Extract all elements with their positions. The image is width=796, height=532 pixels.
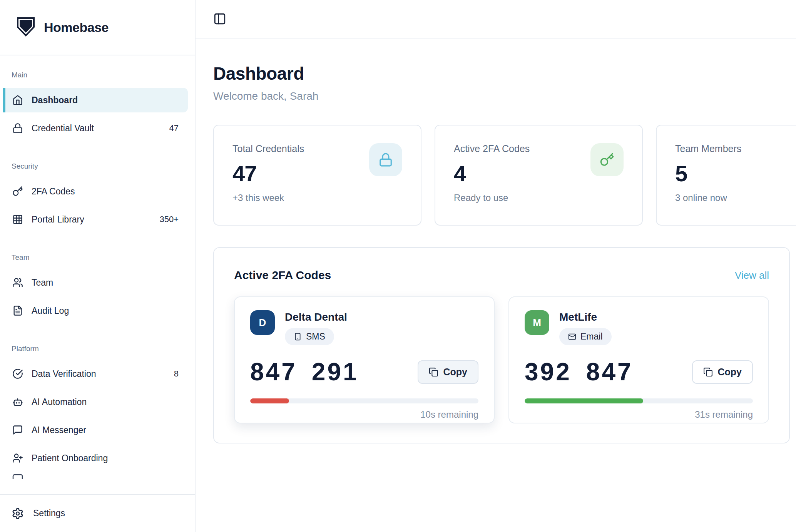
smartphone-icon xyxy=(294,333,302,341)
nav-section-security: Security 2FA Codes Portal Library 350+ xyxy=(0,162,195,232)
code-card-header: M MetLife Email xyxy=(525,310,753,345)
codes-section-title: Active 2FA Codes xyxy=(234,269,331,282)
stat-card-active-2fa: Active 2FA Codes 4 Ready to use xyxy=(435,125,643,226)
home-icon xyxy=(12,95,23,105)
verification-count-badge: 8 xyxy=(174,369,179,379)
sidebar-item-settings[interactable]: Settings xyxy=(0,494,195,532)
stat-label: Team Members xyxy=(675,143,796,154)
progress-fill xyxy=(250,398,289,403)
code-card-metlife: M MetLife Email xyxy=(508,296,769,423)
panel-left-icon xyxy=(213,12,228,25)
bot-icon xyxy=(12,396,23,407)
otp-code: 392 847 xyxy=(525,358,633,386)
channel-label: Email xyxy=(580,331,603,342)
sidebar-item-label: 2FA Codes xyxy=(32,186,75,197)
stat-card-total-credentials: Total Credentials 47 +3 this week xyxy=(213,125,421,226)
sidebar-item-label: Data Verification xyxy=(32,369,96,379)
mail-icon xyxy=(568,333,576,341)
otp-group-2: 291 xyxy=(312,358,359,386)
sidebar: Homebase Main Dashboard Credential Vault… xyxy=(0,0,196,532)
page-subtitle: Welcome back, Sarah xyxy=(213,90,796,102)
message-square-icon xyxy=(12,425,23,435)
page-title: Dashboard xyxy=(213,63,796,84)
otp-group-1: 392 xyxy=(525,358,572,386)
nav-section-label: Team xyxy=(12,253,195,262)
sidebar-item-label: Portal Library xyxy=(32,214,84,225)
user-plus-icon xyxy=(12,453,23,463)
sidebar-item-label: Dashboard xyxy=(32,95,78,105)
sidebar-toggle-button[interactable] xyxy=(213,12,228,26)
credential-count-badge: 47 xyxy=(169,123,179,133)
channel-label: SMS xyxy=(306,331,325,342)
stat-subtext: +3 this week xyxy=(232,192,402,203)
nav-section-platform: Platform Data Verification 8 AI Automati… xyxy=(0,345,195,479)
time-remaining: 31s remaining xyxy=(525,409,753,420)
sidebar-item-audit-log[interactable]: Audit Log xyxy=(3,298,188,323)
sidebar-item-label: Audit Log xyxy=(32,306,69,316)
sidebar-item-portal-library[interactable]: Portal Library 350+ xyxy=(3,207,188,232)
sidebar-nav: Main Dashboard Credential Vault 47 Secur… xyxy=(0,55,195,479)
check-circle-icon xyxy=(12,368,23,379)
nav-section-main: Main Dashboard Credential Vault 47 xyxy=(0,71,195,141)
sidebar-item-ai-messenger[interactable]: AI Messenger xyxy=(3,418,188,442)
portal-count-badge: 350+ xyxy=(159,214,179,224)
brand-logo-row: Homebase xyxy=(0,0,195,55)
copy-button[interactable]: Copy xyxy=(418,360,479,384)
provider-name: MetLife xyxy=(559,311,612,323)
channel-badge: SMS xyxy=(285,328,334,345)
nav-section-label: Main xyxy=(12,71,195,79)
otp-group-1: 847 xyxy=(250,358,297,386)
sidebar-item-label: Patient Onboarding xyxy=(32,453,108,463)
gear-icon xyxy=(12,507,24,520)
grid-icon xyxy=(12,214,23,225)
stat-value: 5 xyxy=(675,161,796,186)
code-row: 847 291 Copy xyxy=(250,358,478,386)
copy-icon xyxy=(703,367,713,377)
file-text-icon xyxy=(12,305,23,316)
main-area: Dashboard Welcome back, Sarah Total Cred… xyxy=(196,0,796,532)
sidebar-item-credential-vault[interactable]: Credential Vault 47 xyxy=(3,116,188,141)
stat-subtext: Ready to use xyxy=(454,192,624,203)
sidebar-item-label: AI Automation xyxy=(32,397,87,407)
code-row: 392 847 Copy xyxy=(525,358,753,386)
codes-section-header: Active 2FA Codes View all xyxy=(234,269,769,282)
otp-group-2: 847 xyxy=(586,358,633,386)
codes-row: D Delta Dental SMS xyxy=(234,296,769,423)
sidebar-item-label: Credential Vault xyxy=(32,123,94,134)
nav-section-team: Team Team Audit Log xyxy=(0,253,195,323)
lock-icon xyxy=(369,143,402,176)
sidebar-item-clipped xyxy=(3,474,188,479)
sidebar-item-label: Team xyxy=(32,278,53,288)
code-card-delta-dental: D Delta Dental SMS xyxy=(234,296,495,423)
lock-icon xyxy=(12,123,23,134)
copy-button[interactable]: Copy xyxy=(692,360,753,384)
sidebar-item-2fa-codes[interactable]: 2FA Codes xyxy=(3,179,188,204)
sidebar-item-patient-onboarding[interactable]: Patient Onboarding xyxy=(3,446,188,470)
view-all-link[interactable]: View all xyxy=(735,269,769,281)
users-icon xyxy=(12,277,23,288)
nav-section-label: Security xyxy=(12,162,195,171)
topbar xyxy=(196,0,796,38)
stat-subtext: 3 online now xyxy=(675,192,796,203)
sidebar-item-ai-automation[interactable]: AI Automation xyxy=(3,390,188,414)
sidebar-item-data-verification[interactable]: Data Verification 8 xyxy=(3,361,188,386)
copy-label: Copy xyxy=(718,366,742,378)
copy-icon xyxy=(429,367,438,377)
provider-name: Delta Dental xyxy=(285,311,347,323)
sidebar-item-label: Settings xyxy=(33,508,65,519)
sidebar-item-dashboard[interactable]: Dashboard xyxy=(3,88,188,112)
channel-badge: Email xyxy=(559,328,612,345)
progress-fill xyxy=(525,398,643,403)
avatar: M xyxy=(525,310,549,335)
key-icon xyxy=(590,143,624,176)
shield-icon xyxy=(16,17,35,38)
app-window: Homebase Main Dashboard Credential Vault… xyxy=(0,0,796,532)
stat-card-team-members: Team Members 5 3 online now xyxy=(656,125,796,226)
stats-row: Total Credentials 47 +3 this week Active… xyxy=(213,125,796,226)
avatar: D xyxy=(250,310,275,335)
nav-section-label: Platform xyxy=(12,345,195,353)
code-card-header: D Delta Dental SMS xyxy=(250,310,478,345)
active-codes-section: Active 2FA Codes View all D Delta Dental xyxy=(213,247,790,443)
sidebar-item-team[interactable]: Team xyxy=(3,270,188,295)
page-content: Dashboard Welcome back, Sarah Total Cred… xyxy=(196,63,796,443)
